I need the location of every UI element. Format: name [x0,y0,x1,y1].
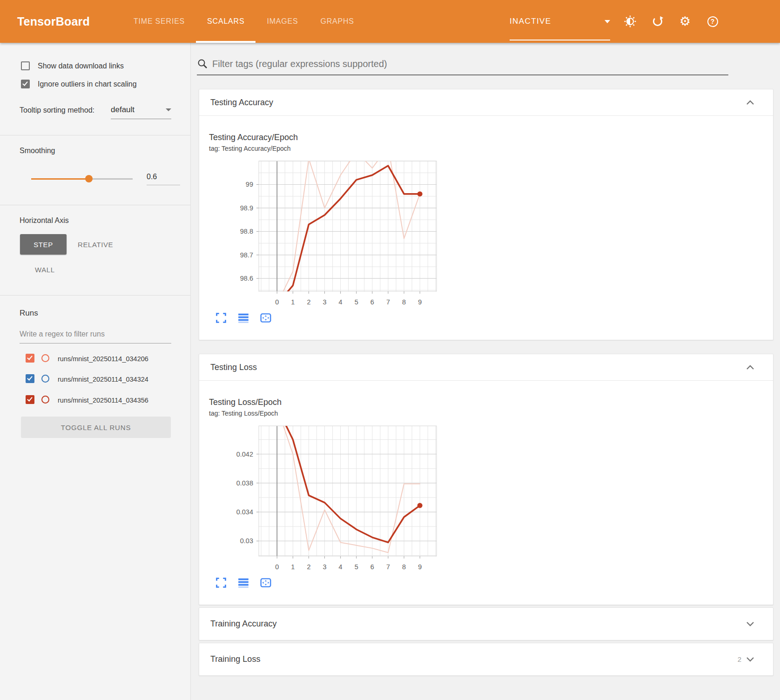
svg-text:98.7: 98.7 [240,251,253,259]
run-status-dropdown[interactable]: INACTIVE [510,11,610,32]
expand-chart-icon[interactable] [215,312,227,324]
section-title: Training Loss [210,654,260,664]
ignore-outliers-label: Ignore outliers in chart scaling [38,80,137,88]
expand-chevron-down-icon[interactable] [746,657,754,662]
fit-domain-icon[interactable] [260,577,272,589]
run-selector-icon[interactable] [237,312,249,324]
svg-text:1: 1 [291,563,295,571]
dropdown-caret-icon [166,108,171,111]
svg-text:5: 5 [355,563,358,571]
chart-tag: tag: Testing Loss/Epoch [209,410,773,417]
smoothing-label: Smoothing [20,147,190,155]
run-checkbox[interactable] [26,374,34,383]
run-color-circle-icon[interactable] [41,375,49,383]
run-color-circle-icon[interactable] [41,396,49,404]
section-training-loss: Training Loss 2 [199,643,773,676]
svg-text:0.03: 0.03 [240,537,253,545]
collapse-chevron-up-icon[interactable] [746,100,754,105]
run-name: runs/mnist_20250114_034356 [58,395,151,405]
svg-text:98.9: 98.9 [240,204,253,212]
axis-relative-button[interactable]: RELATIVE [78,241,113,249]
refresh-icon[interactable] [652,15,664,27]
svg-text:8: 8 [402,298,406,306]
top-app-bar: TensorBoard TIME SERIES SCALARS IMAGES G… [0,0,780,43]
svg-text:98.8: 98.8 [240,228,253,235]
tag-filter-input[interactable] [212,59,728,69]
svg-text:8: 8 [402,563,406,571]
smoothing-value-field[interactable]: 0.6 [147,173,180,185]
expand-chevron-down-icon[interactable] [746,622,754,626]
chart-tag: tag: Testing Accuracy/Epoch [209,145,773,152]
testing-accuracy-chart[interactable]: 012345678998.698.798.898.999 [209,159,442,307]
collapse-chevron-up-icon[interactable] [746,365,754,370]
run-row: runs/mnist_20250114_034324 [26,374,190,384]
svg-text:4: 4 [339,298,343,306]
svg-text:9: 9 [418,563,422,571]
section-title: Training Accuracy [210,619,276,629]
svg-text:98.6: 98.6 [240,275,253,282]
app-logo: TensorBoard [17,15,90,28]
sidebar-divider [0,295,190,296]
runs-filter-input[interactable] [20,330,171,343]
svg-text:0: 0 [275,298,279,306]
run-color-circle-icon[interactable] [41,354,49,362]
settings-gear-icon[interactable]: ⚙ [679,15,691,27]
svg-text:3: 3 [323,298,327,306]
tooltip-sorting-label: Tooltip sorting method: [20,104,100,119]
section-header[interactable]: Training Loss 2 [199,643,773,675]
toggle-all-runs-button[interactable]: TOGGLE ALL RUNS [21,417,171,438]
svg-text:3: 3 [323,563,327,571]
svg-text:0.034: 0.034 [236,508,253,516]
run-checkbox[interactable] [26,354,34,363]
section-header[interactable]: Testing Loss [199,354,773,381]
run-name: runs/mnist_20250114_034324 [58,374,151,384]
fit-domain-icon[interactable] [260,312,272,324]
tooltip-sorting-value: default [111,105,134,114]
tab-images[interactable]: IMAGES [256,0,309,43]
axis-wall-button[interactable]: WALL [35,266,55,274]
svg-text:6: 6 [370,563,374,571]
smoothing-slider[interactable] [31,178,133,180]
sidebar-divider [0,205,190,205]
run-selector-icon[interactable] [237,577,249,589]
testing-loss-chart[interactable]: 01234567890.030.0340.0380.042 [209,424,442,572]
svg-text:2: 2 [307,298,310,306]
run-row: runs/mnist_20250114_034206 [26,354,190,364]
run-row: runs/mnist_20250114_034356 [26,395,190,405]
section-header[interactable]: Testing Accuracy [199,89,773,116]
tab-time-series[interactable]: TIME SERIES [122,0,196,43]
chart-toolbar [215,577,773,589]
svg-text:5: 5 [355,298,358,306]
run-name: runs/mnist_20250114_034206 [58,354,151,364]
sidebar-divider [0,135,190,135]
smoothing-slider-thumb[interactable] [85,175,93,182]
smoothing-slider-fill [31,178,89,180]
svg-text:2: 2 [307,563,310,571]
svg-text:99: 99 [246,181,253,188]
ignore-outliers-checkbox[interactable] [21,80,30,88]
svg-text:9: 9 [418,298,422,306]
svg-text:4: 4 [339,563,343,571]
svg-text:7: 7 [386,298,390,306]
tab-scalars[interactable]: SCALARS [196,0,256,43]
svg-text:0.042: 0.042 [236,451,253,458]
chart-title: Testing Loss/Epoch [209,397,773,407]
show-download-links-checkbox[interactable] [21,61,30,70]
section-header[interactable]: Training Accuracy [199,608,773,640]
help-icon[interactable]: ? [706,15,719,27]
main-nav-tabs: TIME SERIES SCALARS IMAGES GRAPHS [122,0,365,43]
section-testing-accuracy: Testing Accuracy Testing Accuracy/Epoch … [199,89,773,340]
tooltip-sorting-dropdown[interactable]: default [111,105,171,119]
expand-chart-icon[interactable] [215,577,227,589]
tab-graphs[interactable]: GRAPHS [309,0,365,43]
dropdown-caret-icon [605,20,610,23]
brightness-icon[interactable] [624,15,636,27]
section-training-accuracy: Training Accuracy [199,607,773,640]
tag-filter-bar [197,58,728,75]
axis-step-button[interactable]: STEP [20,234,67,255]
svg-text:6: 6 [370,298,374,306]
scalars-dashboard: Testing Accuracy Testing Accuracy/Epoch … [191,43,780,700]
chart-title: Testing Accuracy/Epoch [209,133,773,142]
run-status-label: INACTIVE [510,17,551,26]
run-checkbox[interactable] [26,395,34,404]
